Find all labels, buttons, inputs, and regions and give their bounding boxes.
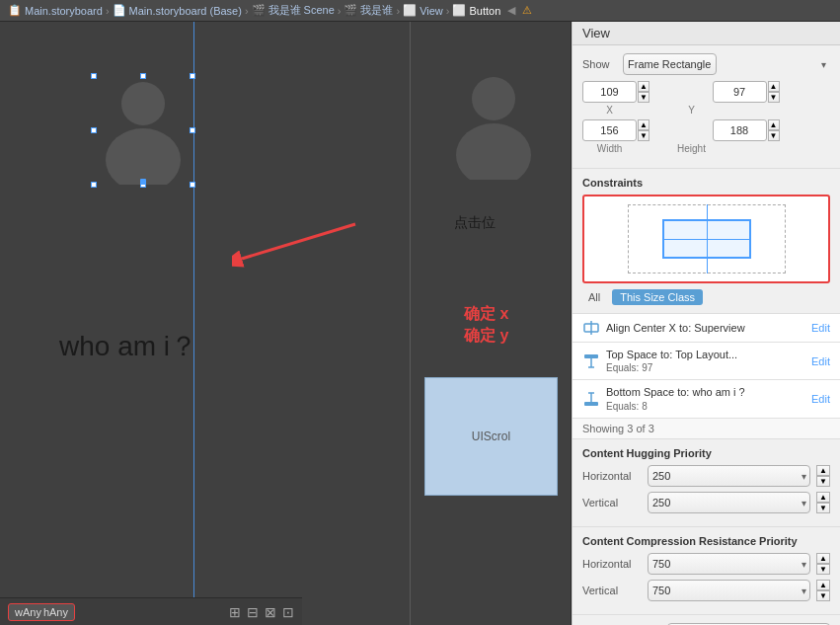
y-input[interactable] xyxy=(713,81,767,103)
y-label: Y xyxy=(664,105,719,116)
height-decrement[interactable]: ▼ xyxy=(768,130,780,141)
breadcrumb-item-button[interactable]: ⬜ Button xyxy=(452,4,500,17)
constraint-edit-2[interactable]: Edit xyxy=(811,393,830,405)
width-increment[interactable]: ▲ xyxy=(638,119,649,130)
tab-size-class[interactable]: This Size Class xyxy=(612,289,703,305)
breadcrumb-item-whoareyou[interactable]: 🎬 我是谁 xyxy=(344,3,393,18)
height-label: Height xyxy=(664,143,719,154)
height-increment[interactable]: ▲ xyxy=(768,119,780,130)
breadcrumb-item-base[interactable]: 📄 Main.storyboard (Base) xyxy=(113,4,242,17)
handle-br[interactable] xyxy=(190,182,195,188)
constraints-title: Constraints xyxy=(582,177,830,189)
bottom-icons: ⊞ ⊟ ⊠ ⊡ xyxy=(229,604,294,620)
width-input[interactable] xyxy=(582,119,637,141)
panel-header: View xyxy=(573,22,840,45)
hugging-h-label: Horizontal xyxy=(582,470,642,482)
compression-v-select[interactable]: 750 xyxy=(648,580,810,601)
compression-v-select-wrapper: 750 xyxy=(648,580,810,601)
x-decrement[interactable]: ▼ xyxy=(638,92,649,103)
constraint-text-0: Align Center X to: Superview xyxy=(606,321,805,335)
x-input[interactable] xyxy=(582,81,637,103)
compression-v-row: Vertical 750 ▲ ▼ xyxy=(582,580,830,601)
x-increment[interactable]: ▲ xyxy=(638,81,649,92)
handle-tr[interactable] xyxy=(190,73,195,79)
svg-point-4 xyxy=(472,77,515,120)
bottom-bar: wAny hAny ⊞ ⊟ ⊠ ⊡ xyxy=(0,597,302,625)
center-handle[interactable] xyxy=(140,179,146,185)
handle-mr[interactable] xyxy=(190,127,195,133)
compression-v-stepper: ▲ ▼ xyxy=(816,580,830,601)
bottom-line xyxy=(707,259,708,273)
click-text: 点击位 xyxy=(454,214,496,232)
constraint-edit-0[interactable]: Edit xyxy=(811,322,830,334)
red-arrow xyxy=(232,204,360,283)
compression-h-select-wrapper: 750 xyxy=(648,553,810,575)
hugging-h-select-wrapper: 250 xyxy=(648,465,810,487)
compression-v-increment[interactable]: ▲ xyxy=(816,580,830,590)
hugging-h-increment[interactable]: ▲ xyxy=(816,465,830,476)
zoom-icon-4[interactable]: ⊡ xyxy=(282,604,294,620)
zoom-icon-3[interactable]: ⊠ xyxy=(265,604,276,620)
breadcrumb-item-scene[interactable]: 🎬 我是谁 Scene xyxy=(252,3,335,18)
constraint-item-1: Top Space to: Top Layout... Equals: 97 E… xyxy=(573,343,840,380)
compression-v-label: Vertical xyxy=(582,585,642,596)
hugging-v-decrement[interactable]: ▼ xyxy=(816,503,830,513)
compression-h-stepper: ▲ ▼ xyxy=(816,553,830,575)
y-increment[interactable]: ▲ xyxy=(768,81,780,92)
hugging-v-increment[interactable]: ▲ xyxy=(816,492,830,503)
show-row: Show Frame Rectangle xyxy=(582,53,830,75)
constraint-edit-1[interactable]: Edit xyxy=(811,355,830,367)
handle-bl[interactable] xyxy=(91,182,97,188)
compression-section: Content Compression Resistance Priority … xyxy=(573,527,840,615)
xy-row: ▲ ▼ ▲ ▼ xyxy=(582,81,830,103)
bottom-space-icon xyxy=(582,390,600,408)
width-decrement[interactable]: ▼ xyxy=(638,130,649,141)
uiscroll-box: UIScrol xyxy=(424,377,558,496)
top-line xyxy=(707,204,708,219)
constraint-line-v xyxy=(707,221,708,257)
handle-ml[interactable] xyxy=(91,127,97,133)
constraints-tabs: All This Size Class xyxy=(582,289,830,305)
svg-point-5 xyxy=(456,123,531,180)
content-hugging-title: Content Hugging Priority xyxy=(582,447,830,459)
person-svg xyxy=(94,76,192,185)
zoom-icon-1[interactable]: ⊞ xyxy=(229,604,241,620)
compression-h-select[interactable]: 750 xyxy=(648,553,810,575)
handle-tl[interactable] xyxy=(91,73,97,79)
svg-point-1 xyxy=(106,128,181,185)
breadcrumb-bar: 📋 Main.storyboard › 📄 Main.storyboard (B… xyxy=(0,0,840,22)
compression-h-decrement[interactable]: ▼ xyxy=(816,564,830,575)
right-panel: View Show Frame Rectangle ▲ ▼ xyxy=(572,22,840,625)
person-icon-container xyxy=(94,76,192,185)
hugging-v-select-wrapper: 250 xyxy=(648,492,810,513)
compression-h-increment[interactable]: ▲ xyxy=(816,553,830,564)
svg-point-0 xyxy=(121,82,165,125)
show-select[interactable]: Frame Rectangle xyxy=(623,53,717,75)
handle-tm[interactable] xyxy=(140,73,146,79)
compression-h-label: Horizontal xyxy=(582,558,642,570)
compression-title: Content Compression Resistance Priority xyxy=(582,535,830,547)
canvas-area[interactable]: who am i？ 确定 x 确定 y 点击位 UIScrol xyxy=(0,22,572,625)
content-hugging-section: Content Hugging Priority Horizontal 250 … xyxy=(573,439,840,527)
second-person-icon xyxy=(444,71,543,160)
compression-v-decrement[interactable]: ▼ xyxy=(816,590,830,601)
height-stepper: ▲ ▼ xyxy=(768,119,780,141)
wh-row: ▲ ▼ ▲ ▼ xyxy=(582,119,830,141)
breadcrumb-sep-0: › xyxy=(106,5,110,17)
zoom-icon-2[interactable]: ⊟ xyxy=(247,604,259,620)
height-input[interactable] xyxy=(713,119,767,141)
hugging-h-select[interactable]: 250 xyxy=(648,465,810,487)
breadcrumb-item-view[interactable]: ⬜ View xyxy=(403,4,443,17)
scene-icon-1: 🎬 xyxy=(344,4,357,17)
constraint-item-0: Align Center X to: Superview Edit xyxy=(573,314,840,343)
wh-labels-row: Width Height xyxy=(582,143,830,154)
breadcrumb-sep-2: › xyxy=(338,5,342,17)
width-stepper: ▲ ▼ xyxy=(638,119,649,141)
breadcrumb-item-storyboard[interactable]: 📋 Main.storyboard xyxy=(8,4,103,17)
tab-all[interactable]: All xyxy=(582,289,606,305)
size-class-badge[interactable]: wAny hAny xyxy=(8,603,75,621)
y-decrement[interactable]: ▼ xyxy=(768,92,780,103)
hugging-v-select[interactable]: 250 xyxy=(648,492,810,513)
hugging-h-decrement[interactable]: ▼ xyxy=(816,476,830,487)
constraint-item-2: Bottom Space to: who am i ? Equals: 8 Ed… xyxy=(573,380,840,418)
